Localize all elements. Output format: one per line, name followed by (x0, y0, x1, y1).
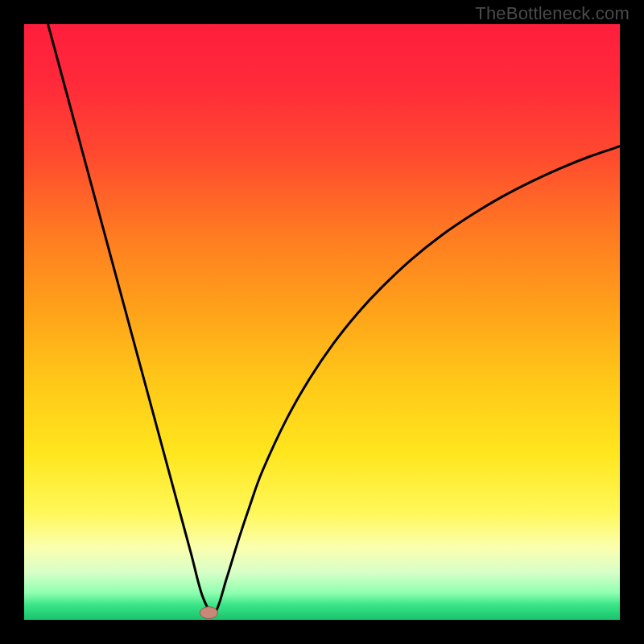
gradient-background (24, 24, 620, 620)
plot-svg (24, 24, 620, 620)
optimum-marker (200, 607, 217, 619)
chart-frame: TheBottleneck.com (0, 0, 644, 644)
plot-area (24, 24, 620, 620)
watermark-text: TheBottleneck.com (475, 3, 630, 24)
